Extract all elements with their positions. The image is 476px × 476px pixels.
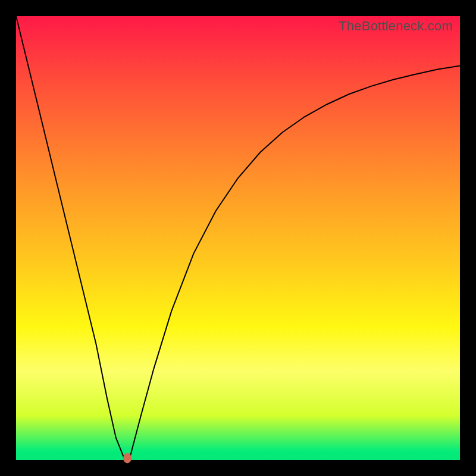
bottleneck-curve	[16, 16, 460, 460]
plot-area: TheBottleneck.com	[16, 16, 460, 460]
curve-path	[16, 16, 460, 460]
chart-frame: TheBottleneck.com	[0, 0, 476, 476]
minimum-marker	[123, 453, 131, 464]
